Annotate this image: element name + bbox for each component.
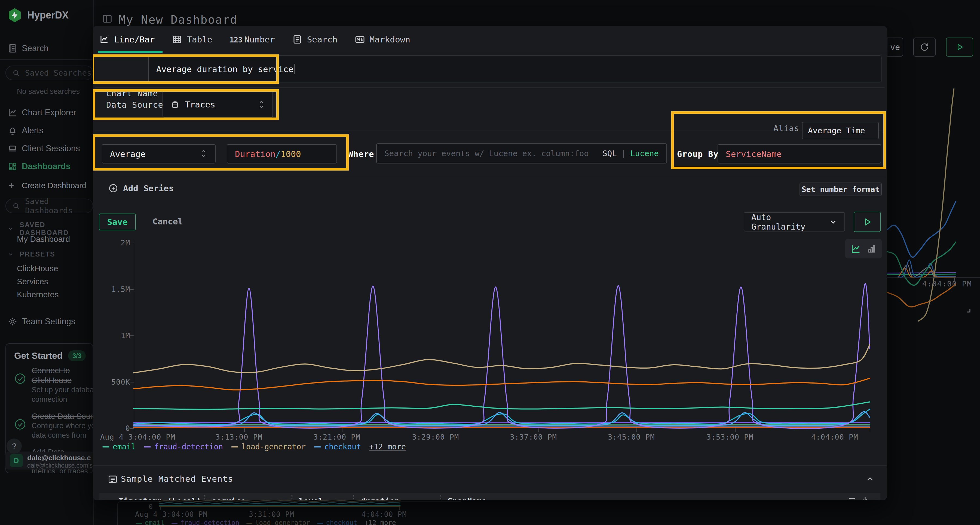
sidebar-item-dashboards[interactable]: Dashboards: [0, 159, 93, 174]
lang-sql[interactable]: SQL: [603, 149, 617, 158]
filter-icon[interactable]: [848, 496, 857, 500]
where-search-input[interactable]: Search your events w/ Lucene ex. column:…: [376, 143, 667, 163]
data-source-select[interactable]: Traces: [162, 91, 273, 117]
legend-item-load-generator[interactable]: load-generator: [231, 442, 306, 451]
granularity-select[interactable]: Auto Granularity: [744, 212, 845, 232]
field-token: 1000: [281, 149, 301, 159]
document-icon: [8, 43, 18, 53]
sidebar-item-label: Chart Explorer: [22, 108, 76, 117]
x-tick: [538, 428, 539, 432]
bg-x-tick-label: Aug 4 3:04:00 PM: [135, 510, 207, 519]
x-tick: [134, 428, 134, 432]
column-header-level[interactable]: level: [299, 497, 323, 500]
chart-name-input[interactable]: Average duration by service: [148, 56, 881, 82]
add-series-button[interactable]: Add Series: [108, 183, 174, 193]
divider: [95, 130, 885, 131]
bg-x-tick: [267, 507, 268, 510]
avatar: D: [10, 454, 23, 467]
sidebar-item-team-settings[interactable]: Team Settings: [0, 314, 93, 329]
bg-legend-item: checkout: [317, 519, 358, 525]
tab-table[interactable]: Table: [172, 35, 212, 44]
doc-icon: [293, 35, 302, 44]
play-icon: [955, 43, 964, 52]
sidebar-item-search[interactable]: Search: [0, 41, 93, 56]
legend-label: fraud-detection: [180, 519, 239, 525]
resize-handle-icon[interactable]: [963, 305, 971, 313]
sidebar-item-label: Client Sessions: [22, 144, 80, 154]
legend-label: email: [145, 519, 164, 525]
sidebar-item-chart-explorer[interactable]: Chart Explorer: [0, 105, 93, 120]
column-header-spanname[interactable]: SpanName: [448, 497, 487, 500]
tab-markdown[interactable]: Markdown: [355, 35, 410, 44]
saved-dashboards-placeholder: Saved Dashboards: [25, 197, 92, 215]
legend-label: load-generator: [255, 519, 310, 525]
aggregation-select[interactable]: Average: [102, 144, 216, 163]
column-header-duration[interactable]: duration: [361, 497, 399, 500]
preset-link-clickhouse[interactable]: ClickHouse: [17, 264, 58, 273]
sidebar-item-label: Search: [22, 43, 48, 53]
column-header-service[interactable]: service: [212, 497, 246, 500]
divider: [95, 87, 885, 87]
legend-item-email[interactable]: email: [102, 442, 135, 451]
get-started-title: Get Started: [14, 351, 63, 361]
x-tick-label: 3:37:00 PM: [510, 433, 557, 441]
help-button[interactable]: ?: [6, 438, 22, 454]
field-expression-input[interactable]: Duration/1000: [227, 144, 337, 163]
alias-input[interactable]: Average Time: [802, 122, 879, 139]
sidebar-collapse-icon[interactable]: [102, 14, 113, 24]
section-presets[interactable]: PRESETS: [8, 250, 55, 258]
preset-link-kubernetes[interactable]: Kubernetes: [17, 290, 59, 299]
lang-separator: |: [621, 149, 626, 158]
saved-searches-placeholder: Saved Searches: [25, 68, 91, 78]
laptop-icon: [8, 144, 18, 154]
user-card[interactable]: D dale@clickhouse.c dale@clickhouse.com'…: [5, 452, 93, 469]
cancel-button[interactable]: Cancel: [153, 217, 183, 226]
brand-row: HyperDX: [8, 8, 68, 22]
group-by-value: ServiceName: [726, 149, 781, 159]
get-started-step[interactable]: Create Data SourceConfigure where yourda…: [14, 411, 92, 440]
y-tick: [130, 243, 134, 243]
series-line: [887, 273, 956, 273]
preset-link-services[interactable]: Services: [17, 277, 48, 286]
legend-more-link[interactable]: +12 more: [369, 442, 406, 451]
series-line-load-generator: [134, 344, 870, 373]
run-query-button[interactable]: [946, 38, 973, 57]
x-tick-label: 3:13:00 PM: [216, 433, 263, 441]
saved-searches-input[interactable]: Saved Searches: [5, 65, 93, 80]
field-token: Duration: [235, 149, 275, 159]
section-label: PRESETS: [20, 250, 55, 258]
bg-legend-item: fraud-detection: [172, 519, 239, 525]
legend-swatch: [314, 446, 321, 447]
sidebar: HyperDX Search Saved Searches No saved s…: [0, 0, 94, 525]
tab-line-bar[interactable]: Line/Bar: [99, 35, 154, 44]
legend-item-checkout[interactable]: checkout: [314, 442, 361, 451]
set-number-format-button[interactable]: Set number format: [800, 182, 882, 196]
help-label: ?: [12, 441, 17, 451]
x-tick-label: 3:45:00 PM: [608, 433, 655, 441]
query-language-toggle[interactable]: SQL | Lucene: [603, 149, 659, 158]
gear-icon: [8, 317, 18, 327]
lang-lucene[interactable]: Lucene: [630, 149, 659, 158]
download-icon[interactable]: [861, 496, 870, 500]
run-chart-button[interactable]: [854, 212, 881, 232]
list-icon: [108, 474, 118, 484]
sidebar-item-alerts[interactable]: Alerts: [0, 123, 93, 138]
save-button[interactable]: Save: [99, 214, 136, 230]
saved-dashboards-input[interactable]: Saved Dashboards: [5, 198, 93, 213]
collapse-chevron-up-icon[interactable]: [865, 474, 875, 484]
refresh-button[interactable]: [913, 38, 935, 57]
tab-search[interactable]: Search: [293, 35, 337, 44]
legend-item-fraud-detection[interactable]: fraud-detection: [144, 442, 223, 451]
x-tick-label: 3:53:00 PM: [706, 433, 754, 441]
user-email-sub: dale@clickhouse.com's: [27, 462, 92, 469]
save-dashboard-button-clipped[interactable]: ve: [887, 38, 903, 57]
get-started-step[interactable]: Connect toClickHouseSet up your database…: [14, 366, 92, 404]
tab-number[interactable]: 123Number: [230, 35, 275, 44]
sidebar-item-client-sessions[interactable]: Client Sessions: [0, 141, 93, 156]
saved-dashboard-link[interactable]: My Dashboard: [17, 235, 70, 244]
main-chart[interactable]: [134, 241, 870, 428]
group-by-input[interactable]: ServiceName: [718, 144, 881, 163]
series-line-fraud-detection: [134, 284, 870, 428]
column-header-timestamp-local-[interactable]: Timestamp (Local): [119, 497, 202, 500]
create-dashboard-button[interactable]: Create Dashboard: [0, 178, 93, 193]
